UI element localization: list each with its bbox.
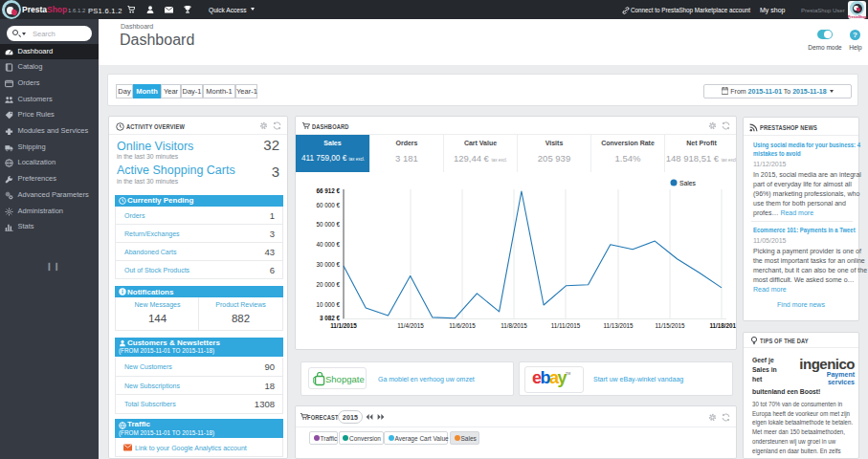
- svg-text:40 000 €: 40 000 €: [316, 241, 340, 248]
- svg-text:11/11/2015: 11/11/2015: [551, 322, 581, 329]
- svg-text:50 000 €: 50 000 €: [316, 221, 340, 228]
- svg-text:11/1/2015: 11/1/2015: [330, 322, 357, 329]
- svg-text:30 000 €: 30 000 €: [316, 261, 340, 268]
- svg-text:10 000 €: 10 000 €: [316, 301, 340, 308]
- svg-text:11/15/2015: 11/15/2015: [655, 322, 685, 329]
- svg-text:11/18/2015: 11/18/2015: [709, 322, 737, 329]
- svg-text:3 082 €: 3 082 €: [320, 315, 341, 321]
- svg-text:11/6/2015: 11/6/2015: [449, 322, 476, 329]
- svg-text:66 912 €: 66 912 €: [316, 187, 340, 194]
- svg-text:11/4/2015: 11/4/2015: [397, 322, 424, 329]
- svg-text:11/8/2015: 11/8/2015: [501, 322, 527, 329]
- svg-text:Sales: Sales: [679, 180, 697, 186]
- svg-text:11/13/2015: 11/13/2015: [603, 322, 634, 329]
- svg-text:60 000 €: 60 000 €: [316, 202, 340, 208]
- svg-text:20 000 €: 20 000 €: [316, 281, 340, 288]
